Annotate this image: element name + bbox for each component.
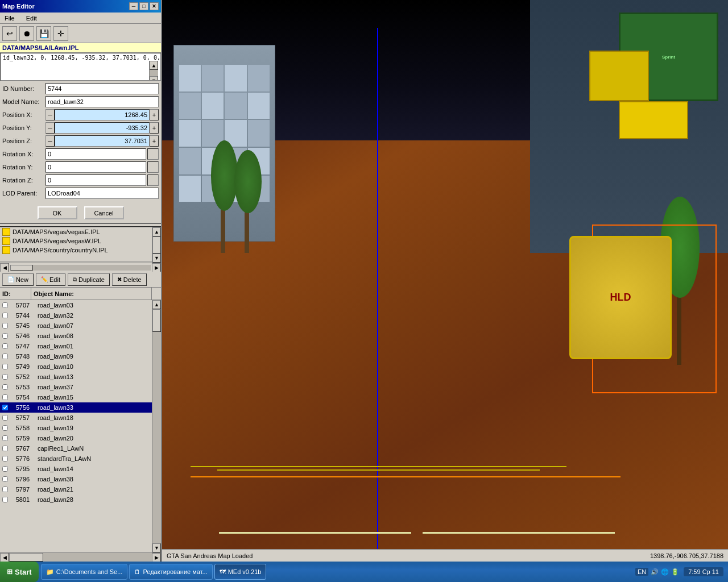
pos-z-input[interactable] — [55, 135, 150, 147]
row-checkbox[interactable] — [1, 342, 9, 350]
list-item[interactable]: DATA/MAPS/country/countryN.IPL — [0, 246, 152, 255]
table-row[interactable]: 5797 road_lawn21 — [0, 484, 152, 494]
rot-y-input[interactable] — [46, 161, 146, 173]
taskbar-item-2[interactable]: 🗺 MEd v0.21b — [214, 564, 267, 580]
status-text: GTA San Andreas Map Loaded — [167, 552, 253, 559]
row-checkbox[interactable] — [1, 404, 9, 411]
row-name: capiRec1_LAwN — [35, 445, 152, 452]
row-checkbox[interactable] — [1, 383, 9, 391]
maximize-button[interactable]: □ — [139, 2, 148, 10]
minimize-button[interactable]: ─ — [129, 2, 138, 10]
obj-hscroll-right[interactable]: ▶ — [152, 553, 161, 562]
row-checkbox[interactable] — [1, 444, 9, 452]
table-row[interactable]: 5707 road_lawn03 — [0, 300, 152, 310]
close-button[interactable]: ✕ — [150, 2, 159, 10]
ipl-scroll-up[interactable]: ▲ — [150, 61, 158, 70]
row-checkbox[interactable] — [1, 373, 9, 381]
list-item[interactable]: DATA/MAPS/vegas/vegasW.IPL — [0, 236, 152, 246]
table-row[interactable]: 5758 road_lawn19 — [0, 423, 152, 433]
obj-hscroll-thumb[interactable] — [9, 553, 43, 562]
row-checkbox[interactable] — [1, 424, 9, 432]
pos-z-plus[interactable]: + — [150, 135, 159, 147]
pos-y-plus[interactable]: + — [150, 122, 159, 134]
ok-button[interactable]: OK — [38, 206, 77, 219]
row-checkbox[interactable] — [1, 322, 9, 330]
pos-y-input[interactable] — [55, 122, 150, 134]
table-row[interactable]: 5745 road_lawn07 — [0, 321, 152, 331]
table-row[interactable]: 5748 road_lawn09 — [0, 351, 152, 361]
row-checkbox[interactable] — [1, 455, 9, 463]
start-button[interactable]: ⊞ Start — [0, 562, 39, 582]
hscroll-right[interactable]: ▶ — [152, 263, 161, 272]
rot-x-slider[interactable] — [147, 148, 159, 160]
ipl-scroll-down[interactable]: ▼ — [150, 76, 158, 81]
toolbar-move-btn[interactable]: ✛ — [53, 26, 68, 41]
table-row[interactable]: 5753 road_lawn37 — [0, 382, 152, 392]
obj-vscroll-up-btn[interactable]: ▲ — [152, 300, 161, 309]
row-checkbox[interactable] — [1, 352, 9, 360]
duplicate-button[interactable]: ⧉ Duplicate — [68, 273, 110, 286]
pos-z-minus[interactable]: ─ — [46, 135, 55, 147]
object-list-header: ID: Object Name: — [0, 288, 161, 300]
table-row[interactable]: 5776 standardTra_LAwN — [0, 454, 152, 464]
pos-y-minus[interactable]: ─ — [46, 122, 55, 134]
pos-x-input[interactable] — [55, 109, 150, 120]
new-button[interactable]: 📄 New — [2, 273, 34, 286]
rot-x-input[interactable] — [46, 148, 146, 160]
list-item[interactable]: DATA/MAPS/vegas/vegasE.IPL — [0, 227, 152, 236]
table-row[interactable]: 5756 road_lawn33 — [0, 402, 152, 413]
table-row[interactable]: 5759 road_lawn20 — [0, 433, 152, 443]
obj-vscroll-down-btn[interactable]: ▼ — [152, 543, 161, 552]
row-checkbox[interactable] — [1, 363, 9, 371]
toolbar-back-btn[interactable]: ↩ — [2, 26, 17, 41]
taskbar-item-0[interactable]: 📁 C:\Documents and Se... — [41, 564, 128, 580]
pos-x-minus[interactable]: ─ — [46, 109, 55, 120]
model-input[interactable] — [46, 96, 159, 107]
table-row[interactable]: 5747 road_lawn01 — [0, 341, 152, 351]
table-row[interactable]: 5767 capiRec1_LAwN — [0, 443, 152, 454]
viewport[interactable]: Sprint HLD — [162, 0, 728, 562]
table-row[interactable]: 5752 road_lawn13 — [0, 372, 152, 382]
col-header-id[interactable]: ID: — [0, 288, 31, 300]
menu-edit[interactable]: Edit — [24, 14, 39, 23]
cancel-button[interactable]: Cancel — [84, 206, 124, 219]
row-checkbox[interactable] — [1, 434, 9, 442]
row-checkbox[interactable] — [1, 496, 9, 504]
table-row[interactable]: 5754 road_lawn15 — [0, 392, 152, 402]
row-checkbox[interactable] — [1, 393, 9, 401]
hscroll-thumb[interactable] — [10, 265, 33, 271]
id-input[interactable] — [46, 83, 159, 94]
table-row[interactable]: 5746 road_lawn08 — [0, 331, 152, 341]
rot-z-slider[interactable] — [147, 174, 159, 186]
obj-hscroll-left[interactable]: ◀ — [0, 553, 9, 562]
obj-vscroll-thumb[interactable] — [152, 309, 161, 332]
row-checkbox[interactable] — [1, 475, 9, 483]
taskbar-item-1[interactable]: 🗒 Редактирование мат... — [129, 564, 212, 580]
edit-button[interactable]: ✏️ Edit — [36, 273, 65, 286]
delete-button[interactable]: ✖ Delete — [112, 273, 147, 286]
lod-input[interactable] — [46, 188, 159, 199]
row-checkbox[interactable] — [1, 332, 9, 340]
table-row[interactable]: 5757 road_lawn18 — [0, 413, 152, 423]
row-checkbox[interactable] — [1, 301, 9, 309]
toolbar-save-btn[interactable]: 💾 — [36, 26, 51, 41]
id-row: ID Number: — [2, 83, 159, 94]
pos-x-plus[interactable]: + — [150, 109, 159, 120]
menu-file[interactable]: File — [2, 14, 17, 23]
ipl-vscroll-up[interactable]: ▲ — [152, 227, 161, 236]
ipl-vscroll-down[interactable]: ▼ — [152, 253, 161, 263]
rot-y-slider[interactable] — [147, 161, 159, 173]
rot-z-input[interactable] — [46, 174, 146, 186]
hscroll-left[interactable]: ◀ — [0, 263, 9, 272]
table-row[interactable]: 5795 road_lawn14 — [0, 464, 152, 474]
row-checkbox[interactable] — [1, 485, 9, 493]
toolbar-record-btn[interactable]: ⏺ — [19, 26, 34, 41]
table-row[interactable]: 5744 road_lawn32 — [0, 310, 152, 321]
table-row[interactable]: 5749 road_lawn10 — [0, 361, 152, 372]
table-row[interactable]: 5801 road_lawn28 — [0, 494, 152, 505]
col-header-name[interactable]: Object Name: — [31, 288, 152, 300]
row-checkbox[interactable] — [1, 465, 9, 473]
table-row[interactable]: 5796 road_lawn38 — [0, 474, 152, 484]
row-checkbox[interactable] — [1, 414, 9, 422]
row-checkbox[interactable] — [1, 311, 9, 319]
